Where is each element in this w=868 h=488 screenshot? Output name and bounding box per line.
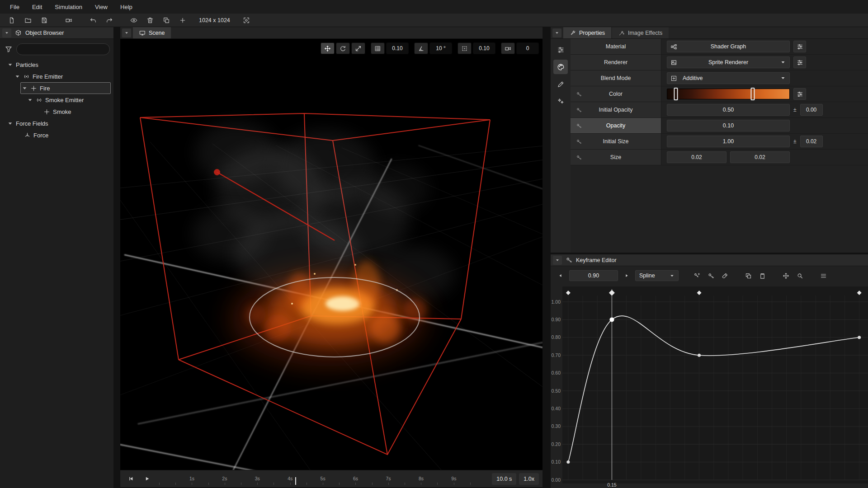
keyframe-value-field[interactable]: 0.90 <box>569 270 618 281</box>
menu-view[interactable]: View <box>89 0 114 14</box>
tree-item-force-fields[interactable]: Force Fields <box>0 117 113 129</box>
tree-item-smoke-emitter[interactable]: Smoke Emitter <box>0 94 113 106</box>
keyframe-editor-menu-button[interactable] <box>553 256 562 265</box>
tree-item-fire[interactable]: Fire <box>20 82 111 94</box>
keyframe-key-icon[interactable] <box>576 91 582 97</box>
menu-simulation[interactable]: Simulation <box>48 0 89 14</box>
drawing-category-button[interactable] <box>553 77 568 91</box>
keyframe-graph[interactable]: 1.000.900.800.700.600.500.400.300.200.10… <box>551 285 868 488</box>
angle-snap-button[interactable] <box>414 42 428 54</box>
new-file-button[interactable] <box>5 15 18 26</box>
keyframe-key-button[interactable] <box>705 270 716 281</box>
appearance-category-button[interactable] <box>553 60 568 74</box>
translate-snap-field[interactable]: 0.10 <box>473 42 495 54</box>
visibility-button[interactable] <box>127 15 140 26</box>
camera-index-field[interactable]: 0 <box>516 42 539 54</box>
caret-down-icon[interactable] <box>27 97 33 103</box>
emitter-settings-category-button[interactable] <box>553 42 568 57</box>
add-button[interactable] <box>176 15 189 26</box>
rotate-tool-button[interactable] <box>336 42 350 54</box>
skip-to-start-button[interactable] <box>124 473 137 485</box>
tab-properties[interactable]: Properties <box>563 27 611 38</box>
tree-item-smoke[interactable]: Smoke <box>0 106 113 117</box>
main-toolbar: 1024 x 1024 <box>0 14 868 27</box>
tree-item-fire-emitter[interactable]: Fire Emitter <box>0 70 113 82</box>
gradient-handle[interactable] <box>674 88 678 100</box>
color-settings-button[interactable] <box>793 88 806 100</box>
scene-panel-menu-button[interactable] <box>122 28 131 38</box>
caret-down-icon[interactable] <box>7 121 13 127</box>
next-keyframe-button[interactable] <box>621 270 632 281</box>
tab-scene[interactable]: Scene <box>133 27 171 38</box>
angle-snap-field[interactable]: 10 ° <box>429 42 452 54</box>
renderer-dropdown[interactable]: Sprite Renderer <box>667 56 790 68</box>
keyframe-key-icon[interactable] <box>576 123 582 129</box>
color-gradient-editor[interactable] <box>667 89 790 99</box>
size-y-field[interactable]: 0.02 <box>730 151 790 163</box>
zoom-graph-button[interactable] <box>794 270 805 281</box>
material-settings-button[interactable] <box>793 41 806 52</box>
object-tree: Particles Fire Emitter Fire Smoke Emitte… <box>0 59 113 141</box>
previous-keyframe-button[interactable] <box>555 270 566 281</box>
duration-field[interactable]: 10.0 s <box>492 473 516 485</box>
timeline-playhead[interactable] <box>295 477 296 485</box>
menu-file[interactable]: File <box>4 0 26 14</box>
initial-size-variance-field[interactable]: 0.02 <box>800 136 823 147</box>
camera-button[interactable] <box>501 42 515 54</box>
play-button[interactable] <box>140 473 154 485</box>
erase-keyframe-button[interactable] <box>719 270 730 281</box>
effects-category-button[interactable] <box>553 94 568 108</box>
property-label-selected[interactable]: Opacity <box>571 118 661 133</box>
blend-mode-dropdown[interactable]: Additive <box>667 72 790 84</box>
scene-viewport[interactable]: 0.10 10 ° 0.10 0 <box>120 39 542 470</box>
speed-field[interactable]: 1.0x <box>519 473 539 485</box>
menu-help[interactable]: Help <box>114 0 139 14</box>
redo-button[interactable] <box>103 15 116 26</box>
tree-item-particles[interactable]: Particles <box>0 59 113 70</box>
duplicate-button[interactable] <box>160 15 173 26</box>
scale-tool-button[interactable] <box>351 42 365 54</box>
keyframe-key-icon[interactable] <box>576 155 582 160</box>
move-tool-button[interactable] <box>321 42 335 54</box>
paste-keyframes-button[interactable] <box>757 270 768 281</box>
record-video-button[interactable] <box>62 15 75 26</box>
plus-icon <box>179 17 186 24</box>
initial-opacity-field[interactable]: 0.50 <box>667 104 790 116</box>
grid-size-field[interactable]: 0.10 <box>386 42 409 54</box>
material-value-button[interactable]: Shader Graph <box>667 41 790 52</box>
size-x-field[interactable]: 0.02 <box>667 151 726 163</box>
menu-edit[interactable]: Edit <box>26 0 48 14</box>
open-file-button[interactable] <box>22 15 34 26</box>
object-browser-menu-button[interactable] <box>2 28 11 38</box>
keyframe-key-icon[interactable] <box>576 139 582 145</box>
caret-down-icon[interactable] <box>7 62 13 68</box>
tab-image-effects[interactable]: Image Effects <box>612 27 669 38</box>
filter-icon[interactable] <box>5 45 13 53</box>
properties-panel-menu-button[interactable] <box>552 28 561 38</box>
timeline-ruler[interactable]: 1s 2s 3s 4s 5s 6s 7s 8s 9s <box>159 472 486 486</box>
initial-opacity-value: 0.50 <box>723 107 734 113</box>
undo-button[interactable] <box>87 15 99 26</box>
timeline-tick: 3s <box>255 476 260 481</box>
add-keyframe-button[interactable] <box>691 270 702 281</box>
delete-button[interactable] <box>144 15 156 26</box>
interpolation-dropdown[interactable]: Spline <box>635 270 679 281</box>
caret-down-icon[interactable] <box>22 85 28 91</box>
copy-keyframes-button[interactable] <box>743 270 754 281</box>
renderer-settings-button[interactable] <box>793 56 806 68</box>
pan-graph-button[interactable] <box>780 270 791 281</box>
translate-snap-button[interactable] <box>458 42 472 54</box>
capture-frame-button[interactable] <box>240 15 253 26</box>
grid-toggle-button[interactable] <box>371 42 385 54</box>
keyframe-key-icon[interactable] <box>576 107 582 113</box>
opacity-field[interactable]: 0.10 <box>667 120 790 131</box>
gradient-handle[interactable] <box>751 88 755 100</box>
caret-down-icon[interactable] <box>14 74 20 80</box>
initial-size-field[interactable]: 1.00 <box>667 136 790 147</box>
tree-item-force[interactable]: Force <box>0 129 113 141</box>
graph-options-button[interactable] <box>818 270 829 281</box>
search-input[interactable] <box>16 43 110 55</box>
save-button[interactable] <box>38 15 51 26</box>
initial-opacity-variance-field[interactable]: 0.00 <box>800 104 823 116</box>
scene-viewport-canvas[interactable] <box>120 39 542 470</box>
